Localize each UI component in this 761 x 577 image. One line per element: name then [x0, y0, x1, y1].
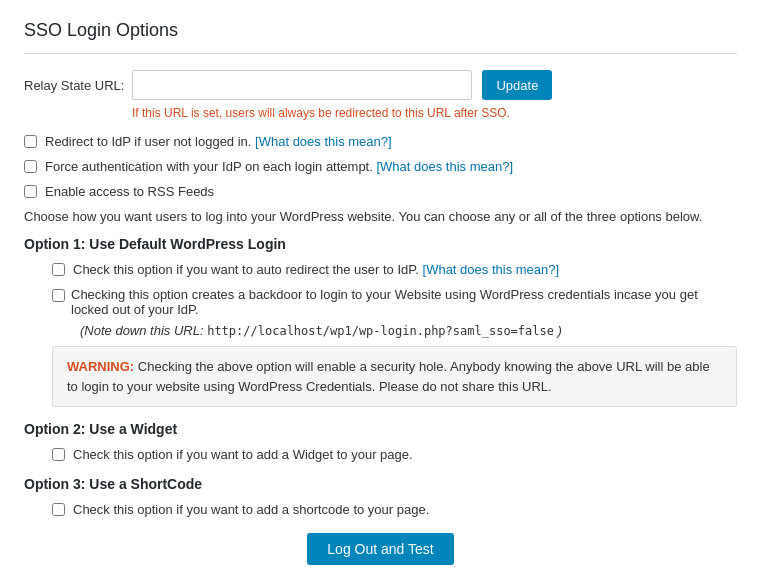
rss-row: Enable access to RSS Feeds	[24, 184, 737, 199]
force-auth-checkbox[interactable]	[24, 160, 37, 173]
shortcode-label: Check this option if you want to add a s…	[73, 502, 429, 517]
option2-heading: Option 2: Use a Widget	[24, 421, 737, 437]
page-title: SSO Login Options	[24, 20, 737, 41]
rss-checkbox[interactable]	[24, 185, 37, 198]
shortcode-row: Check this option if you want to add a s…	[52, 502, 737, 517]
relay-state-row: Relay State URL: Update	[24, 70, 737, 100]
option3-heading: Option 3: Use a ShortCode	[24, 476, 737, 492]
widget-row: Check this option if you want to add a W…	[52, 447, 737, 462]
backdoor-text: Checking this option creates a backdoor …	[71, 287, 737, 317]
note-url-value: http://localhost/wp1/wp-login.php?saml_s…	[207, 324, 554, 338]
note-url-row: (Note down this URL: http://localhost/wp…	[80, 323, 737, 338]
relay-hint: If this URL is set, users will always be…	[132, 106, 737, 120]
widget-checkbox[interactable]	[52, 448, 65, 461]
redirect-idp-link[interactable]: [What does this mean?]	[255, 134, 392, 149]
option3-section: Option 3: Use a ShortCode Check this opt…	[24, 476, 737, 517]
auto-redirect-row: Check this option if you want to auto re…	[52, 262, 737, 277]
redirect-idp-checkbox[interactable]	[24, 135, 37, 148]
title-separator	[24, 53, 737, 54]
relay-state-label: Relay State URL:	[24, 78, 124, 93]
force-auth-row: Force authentication with your IdP on ea…	[24, 159, 737, 174]
backdoor-checkbox[interactable]	[52, 289, 65, 302]
log-out-container: Log Out and Test	[24, 533, 737, 565]
warning-box: WARNING: Checking the above option will …	[52, 346, 737, 407]
redirect-idp-label: Redirect to IdP if user not logged in. […	[45, 134, 392, 149]
force-auth-link[interactable]: [What does this mean?]	[376, 159, 513, 174]
warning-label: WARNING:	[67, 359, 134, 374]
widget-label: Check this option if you want to add a W…	[73, 447, 413, 462]
choose-text: Choose how you want users to log into yo…	[24, 209, 737, 224]
warning-text: Checking the above option will enable a …	[67, 359, 710, 394]
shortcode-checkbox[interactable]	[52, 503, 65, 516]
backdoor-row: Checking this option creates a backdoor …	[52, 287, 737, 317]
auto-redirect-link[interactable]: [What does this mean?]	[423, 262, 560, 277]
auto-redirect-label: Check this option if you want to auto re…	[73, 262, 559, 277]
force-auth-label: Force authentication with your IdP on ea…	[45, 159, 513, 174]
option1-heading: Option 1: Use Default WordPress Login	[24, 236, 737, 252]
log-out-button[interactable]: Log Out and Test	[307, 533, 453, 565]
redirect-idp-row: Redirect to IdP if user not logged in. […	[24, 134, 737, 149]
update-button[interactable]: Update	[482, 70, 552, 100]
rss-label: Enable access to RSS Feeds	[45, 184, 214, 199]
option1-section: Option 1: Use Default WordPress Login Ch…	[24, 236, 737, 407]
auto-redirect-checkbox[interactable]	[52, 263, 65, 276]
relay-state-input[interactable]	[132, 70, 472, 100]
option2-section: Option 2: Use a Widget Check this option…	[24, 421, 737, 462]
